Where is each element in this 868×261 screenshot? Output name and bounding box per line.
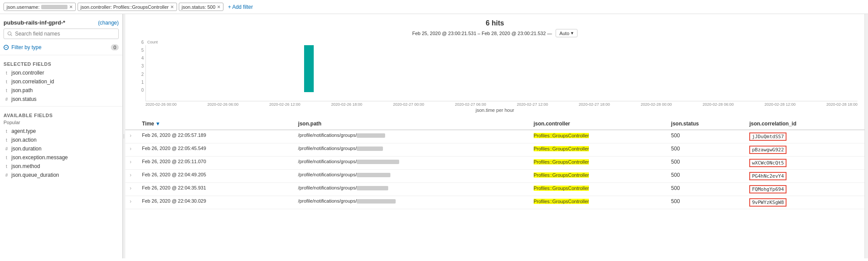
controller-value: Profiles::GroupsController bbox=[534, 172, 589, 178]
filter-tag-status[interactable]: json.status: 500 × bbox=[179, 3, 224, 11]
expand-row-button[interactable]: › bbox=[130, 198, 131, 204]
field-item-json-queue-duration[interactable]: # json.queue_duration bbox=[0, 171, 122, 179]
field-item-status[interactable]: # json.status bbox=[0, 95, 122, 104]
type-icon-t: t bbox=[4, 138, 10, 143]
cell-correlation-id: FQMohgYp694 bbox=[745, 183, 864, 196]
x-axis-label: 2020-02-26 12:00 bbox=[269, 102, 301, 107]
svg-point-0 bbox=[8, 32, 11, 35]
date-range-bar: Feb 25, 2020 @ 23:00:21.531 – Feb 28, 20… bbox=[132, 29, 857, 37]
date-range-text: Feb 25, 2020 @ 23:00:21.531 – Feb 28, 20… bbox=[412, 31, 552, 36]
cell-time: Feb 26, 2020 @ 22:04:49.205 bbox=[138, 170, 294, 183]
search-field-names-box bbox=[4, 29, 119, 39]
x-axis-label: 2020-02-27 18:00 bbox=[579, 102, 610, 107]
x-axis-label: 2020-02-26 18:00 bbox=[331, 102, 362, 107]
popular-label: Popular bbox=[0, 120, 122, 127]
filter-by-type-button[interactable]: Filter by type bbox=[4, 44, 42, 50]
controller-value: Profiles::GroupsController bbox=[534, 133, 589, 138]
path-blur-segment bbox=[357, 173, 390, 177]
field-item-json-action[interactable]: t json.action bbox=[0, 136, 122, 144]
x-axis-label: 2020-02-26 06:00 bbox=[207, 102, 238, 107]
cell-status: 500 bbox=[667, 170, 745, 183]
col-path[interactable]: json.path bbox=[294, 118, 529, 130]
filter-type-label-text: Filter by type bbox=[11, 44, 42, 50]
sidebar: pubsub-rails-inf-gprd-* (change) Filter … bbox=[0, 14, 123, 258]
type-icon-hash: # bbox=[4, 173, 10, 178]
sidebar-header: pubsub-rails-inf-gprd-* (change) bbox=[0, 18, 122, 29]
y-axis: 6 5 4 3 2 1 0 bbox=[132, 40, 145, 101]
path-text: /profile/notifications/groups/ bbox=[298, 132, 357, 138]
table-body: ›Feb 26, 2020 @ 22:05:57.189/profile/not… bbox=[125, 130, 864, 209]
col-status[interactable]: json.status bbox=[667, 118, 745, 130]
y-label: 6 bbox=[141, 40, 144, 45]
field-item-json-duration[interactable]: # json.duration bbox=[0, 144, 122, 153]
x-axis-label: 2020-02-28 00:00 bbox=[641, 102, 672, 107]
table-header: Time ▾ json.path json.controller json.st… bbox=[125, 118, 864, 130]
col-time-label: Time bbox=[142, 121, 154, 127]
controller-value: Profiles::GroupsController bbox=[534, 199, 589, 204]
field-item-path[interactable]: t json.path bbox=[0, 86, 122, 95]
correlation-id-value: 9vPWYzKSgW8 bbox=[749, 198, 787, 207]
close-icon[interactable]: × bbox=[69, 4, 73, 10]
cell-time: Feb 26, 2020 @ 22:05:57.189 bbox=[138, 130, 294, 143]
filter-tag-label: json.username: bbox=[7, 4, 39, 10]
path-blur-segment bbox=[357, 147, 383, 151]
filter-tag-controller[interactable]: json.controller: Profiles::GroupsControl… bbox=[78, 3, 177, 11]
field-item-agent-type[interactable]: t agent.type bbox=[0, 127, 122, 136]
field-item-correlation-id[interactable]: t json.correlation_id bbox=[0, 77, 122, 86]
expand-row-button[interactable]: › bbox=[130, 132, 131, 139]
interval-selector[interactable]: Auto ▾ bbox=[556, 29, 578, 37]
field-item-json-exception-msg[interactable]: t json.exception.message bbox=[0, 153, 122, 162]
search-input[interactable] bbox=[15, 31, 115, 37]
popular-fields-list: t agent.type t json.action # json.durati… bbox=[0, 127, 122, 179]
type-icon-hash: # bbox=[4, 147, 10, 151]
scrollbar[interactable] bbox=[864, 14, 868, 258]
field-item-json-method[interactable]: t json.method bbox=[0, 162, 122, 171]
x-axis-label: 2020-02-27 00:00 bbox=[393, 102, 424, 107]
cell-time: Feb 26, 2020 @ 22:05:45.549 bbox=[138, 143, 294, 157]
expand-row-button[interactable]: › bbox=[130, 172, 131, 178]
col-corr-id[interactable]: json.correlation_id bbox=[745, 118, 864, 130]
cell-path: /profile/notifications/groups/ bbox=[294, 170, 529, 183]
cell-correlation-id: wXCWcONcQt5 bbox=[745, 157, 864, 170]
x-axis-label: 2020-02-27 06:00 bbox=[455, 102, 486, 107]
type-icon-t: t bbox=[4, 71, 10, 75]
path-blur-segment bbox=[357, 160, 399, 164]
cell-time: Feb 26, 2020 @ 22:04:35.931 bbox=[138, 183, 294, 196]
cell-time: Feb 26, 2020 @ 22:05:11.070 bbox=[138, 157, 294, 170]
path-text: /profile/notifications/groups/ bbox=[298, 185, 357, 190]
cell-path: /profile/notifications/groups/ bbox=[294, 143, 529, 157]
expand-row-button[interactable]: › bbox=[130, 146, 131, 152]
path-text: /profile/notifications/groups/ bbox=[298, 146, 357, 151]
field-name-label: json.queue_duration bbox=[11, 172, 59, 178]
chart-bar bbox=[304, 45, 314, 92]
x-axis-label: 2020-02-28 06:00 bbox=[702, 102, 733, 107]
expand-row-button[interactable]: › bbox=[130, 185, 131, 191]
close-icon[interactable]: × bbox=[217, 4, 221, 10]
path-text: /profile/notifications/groups/ bbox=[298, 159, 357, 164]
field-name-label: json.controller bbox=[11, 70, 44, 76]
field-item-controller[interactable]: t json.controller bbox=[0, 68, 122, 77]
results-table: Time ▾ json.path json.controller json.st… bbox=[125, 118, 864, 209]
filter-count-badge: 0 bbox=[111, 44, 119, 50]
type-icon-t: t bbox=[4, 129, 10, 134]
y-label: 0 bbox=[141, 88, 144, 93]
content-area: 6 hits Feb 25, 2020 @ 23:00:21.531 – Feb… bbox=[125, 14, 864, 258]
x-axis-label: 2020-02-26 00:00 bbox=[145, 102, 177, 107]
hits-count: 6 hits bbox=[486, 19, 504, 27]
cell-status: 500 bbox=[667, 157, 745, 170]
col-controller[interactable]: json.controller bbox=[529, 118, 667, 130]
path-blur-segment bbox=[357, 133, 385, 138]
table-row: ›Feb 26, 2020 @ 22:05:57.189/profile/not… bbox=[125, 130, 864, 143]
expand-row-button[interactable]: › bbox=[130, 159, 131, 165]
change-index-link[interactable]: (change) bbox=[98, 20, 119, 26]
histogram-chart: 6 5 4 3 2 1 0 Count bbox=[132, 40, 857, 101]
cell-path: /profile/notifications/groups/ bbox=[294, 183, 529, 196]
filter-value-blur bbox=[41, 5, 67, 9]
add-filter-button[interactable]: + Add filter bbox=[225, 3, 255, 11]
filter-tag-username[interactable]: json.username: × bbox=[4, 3, 76, 11]
filter-tag-label: json.controller: Profiles::GroupsControl… bbox=[81, 4, 169, 10]
col-time[interactable]: Time ▾ bbox=[138, 118, 294, 130]
filter-icon bbox=[4, 45, 9, 50]
table-row: ›Feb 26, 2020 @ 22:04:30.029/profile/not… bbox=[125, 196, 864, 209]
close-icon[interactable]: × bbox=[170, 4, 174, 10]
